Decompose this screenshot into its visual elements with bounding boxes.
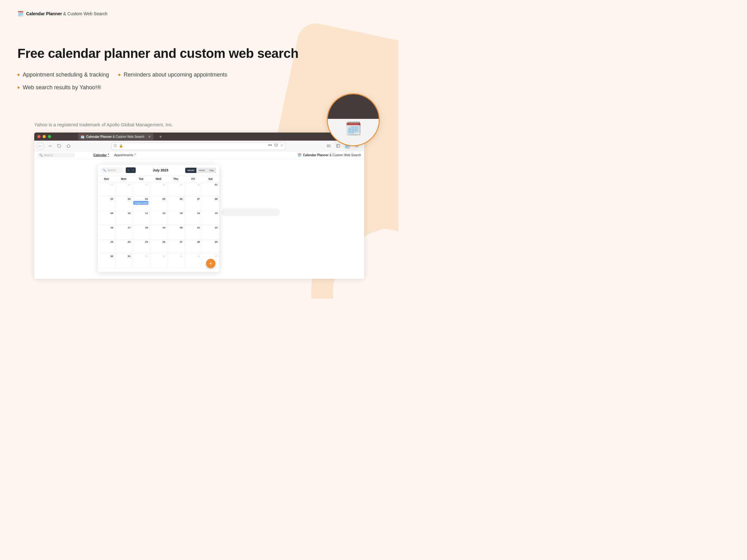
dow-label: Wed — [150, 176, 167, 182]
calendar-cell[interactable]: 19 — [150, 225, 167, 240]
prev-month-button[interactable]: ‹ — [126, 167, 131, 173]
calendar-cell[interactable]: 24 — [115, 240, 133, 254]
calendar-event[interactable]: Independence … — [133, 201, 149, 205]
calendar-cell[interactable]: 28 — [185, 240, 202, 254]
calendar-cell[interactable]: 06 — [167, 196, 185, 211]
calendar-cell[interactable]: 23 — [98, 240, 115, 254]
date-number: 26 — [162, 240, 165, 243]
subtab-calendar[interactable]: Calendar ˄ — [93, 153, 109, 157]
bullet-item: Web search results by Yahoo!® — [18, 84, 109, 91]
calendar-cell[interactable]: 30 — [185, 182, 202, 196]
site-info-icon[interactable]: ⓘ — [113, 143, 117, 148]
date-number: 18 — [145, 226, 148, 229]
calendar-cell[interactable]: 20 — [167, 225, 185, 240]
search-icon: 🔍 — [39, 154, 43, 157]
calendar-cell[interactable]: 22 — [202, 225, 219, 240]
window-minimize-button[interactable] — [43, 135, 46, 138]
calendar-cell[interactable]: 17 — [115, 225, 133, 240]
calendar-cell[interactable]: 21 — [185, 225, 202, 240]
pocket-icon[interactable] — [274, 143, 278, 149]
calendar-cell[interactable]: 31 — [115, 254, 133, 268]
titlebar: 🗓️ Calendar Planner & Custom Web Search … — [34, 133, 364, 141]
bullet-dot-icon — [118, 74, 121, 76]
calendar-cell[interactable]: 08 — [202, 196, 219, 211]
bullet-text: Web search results by Yahoo!® — [23, 84, 101, 91]
library-icon[interactable] — [325, 142, 332, 150]
calendar-cell[interactable]: 25 — [132, 240, 150, 254]
date-number: 27 — [180, 240, 183, 243]
subtab-appointments[interactable]: Appointments ˅ — [114, 153, 136, 157]
calendar-cell[interactable]: 01 — [202, 182, 219, 196]
search-input[interactable]: 🔍 Search — [37, 153, 75, 158]
calendar-cell[interactable]: 25 — [98, 182, 115, 196]
page-headline: Free calendar planner and custom web sea… — [18, 46, 299, 61]
date-number: 01 — [145, 255, 148, 258]
calendar-cell[interactable]: 14 — [185, 211, 202, 225]
date-number: 16 — [110, 226, 113, 229]
new-tab-button[interactable]: + — [157, 133, 164, 140]
page-actions-icon[interactable]: ••• — [268, 143, 272, 149]
search-placeholder: Search — [44, 154, 53, 157]
date-number: 10 — [128, 212, 131, 215]
calendar-cell[interactable]: 07 — [185, 196, 202, 211]
date-number: 13 — [180, 212, 183, 215]
day-of-week-header: SunMonTueWedThuFriSat — [98, 176, 219, 182]
browser-tab[interactable]: 🗓️ Calendar Planner & Custom Web Search … — [78, 133, 153, 140]
home-button[interactable] — [65, 142, 72, 150]
calendar-search-input[interactable]: 🔍 Search — [101, 167, 123, 173]
calendar-cell[interactable]: 15 — [202, 211, 219, 225]
calendar-cell[interactable]: 12 — [150, 211, 167, 225]
calendar-cell[interactable]: 27 — [167, 240, 185, 254]
background-pill — [221, 209, 280, 216]
dow-label: Mon — [115, 176, 133, 182]
add-event-button[interactable]: + — [206, 259, 215, 268]
calendar-cell[interactable]: 09 — [98, 211, 115, 225]
date-number: 22 — [215, 226, 217, 229]
extension-callout-circle: 🗓️ — [327, 93, 380, 146]
view-week-button[interactable]: Week — [197, 168, 207, 173]
chevron-up-icon: ˄ — [108, 153, 109, 157]
calendar-cell[interactable]: 04 — [185, 254, 202, 268]
date-number: 03 — [180, 255, 183, 258]
back-button[interactable]: ← — [37, 142, 44, 150]
bullet-item: Appointment scheduling & tracking — [18, 72, 109, 78]
calendar-cell[interactable]: 29 — [202, 240, 219, 254]
date-number: 08 — [215, 197, 217, 201]
calendar-cell[interactable]: 10 — [115, 211, 133, 225]
calendar-cell[interactable]: 26 — [150, 240, 167, 254]
reload-button[interactable] — [55, 142, 63, 150]
calendar-cell[interactable]: 18 — [132, 225, 150, 240]
svg-rect-0 — [336, 144, 340, 147]
calendar-cell[interactable]: 01 — [132, 254, 150, 268]
address-bar[interactable]: ⓘ 🔒 ••• ☆ — [111, 142, 286, 150]
calendar-cell[interactable]: 29 — [167, 182, 185, 196]
date-number: 11 — [145, 212, 148, 215]
calendar-cell[interactable]: 28 — [150, 182, 167, 196]
date-number: 28 — [162, 183, 165, 186]
calendar-cell[interactable]: 03 — [167, 254, 185, 268]
view-month-button[interactable]: Month — [185, 168, 197, 173]
calendar-cell[interactable]: 02 — [98, 196, 115, 211]
date-number: 05 — [215, 255, 217, 258]
window-zoom-button[interactable] — [48, 135, 51, 138]
calendar-cell[interactable]: 13 — [167, 211, 185, 225]
calendar-cell[interactable]: 05 — [150, 196, 167, 211]
bookmark-star-icon[interactable]: ☆ — [280, 143, 284, 149]
brand: 🗓️ Calendar Planner & Custom Web Search — [18, 10, 107, 17]
date-number: 12 — [162, 212, 165, 215]
calendar-widget: 🔍 Search ‹ › July 2023 Month Week Day Su… — [98, 165, 219, 272]
calendar-cell[interactable]: 02 — [150, 254, 167, 268]
calendar-cell[interactable]: 16 — [98, 225, 115, 240]
calendar-cell[interactable]: 26 — [115, 182, 133, 196]
date-number: 01 — [215, 183, 217, 186]
next-month-button[interactable]: › — [131, 167, 136, 173]
calendar-cell[interactable]: 03 — [115, 196, 133, 211]
calendar-cell[interactable]: 27 — [132, 182, 150, 196]
view-day-button[interactable]: Day — [207, 168, 216, 173]
calendar-cell[interactable]: 04Independence … — [132, 196, 150, 211]
window-close-button[interactable] — [37, 135, 41, 138]
close-icon[interactable]: ✕ — [148, 135, 151, 139]
calendar-cell[interactable]: 11 — [132, 211, 150, 225]
calendar-cell[interactable]: 30 — [98, 254, 115, 268]
forward-button[interactable]: → — [46, 142, 54, 150]
